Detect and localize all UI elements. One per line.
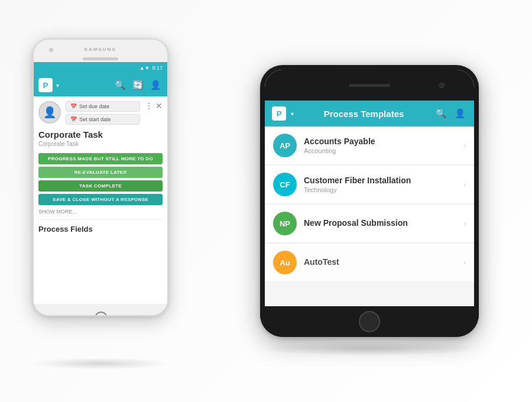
divider [38,219,163,220]
samsung-brand: SAMSUNG [85,47,117,52]
np-title: New Proposal Submission [304,218,456,228]
toolbar-chevron[interactable]: ▾ [56,82,59,89]
iphone-home-button[interactable] [359,311,380,332]
at-title: AutoTest [304,257,456,267]
task-header-row: 👤 📅 Set due date 📅 Set start date ⋮ [38,101,163,125]
ap-title: Accounts Payable [304,137,456,146]
list-item[interactable]: CF Customer Fiber Installation Technolog… [265,166,474,204]
android-camera [49,48,53,52]
np-avatar: NP [273,212,297,235]
android-toolbar[interactable]: P ▾ 🔍 🔄 👤 [34,74,167,96]
ap-avatar: AP [273,134,297,157]
ap-text: Accounts Payable Accounting [304,137,456,154]
p-logo[interactable]: P [38,78,53,92]
close-icon[interactable]: ✕ [155,101,163,111]
ap-subtitle: Accounting [304,147,456,154]
iphone-inner: P ▾ Process Templates 🔍 👤 AP Accounts Pa… [265,70,474,332]
iphone-speaker [349,84,390,87]
more-icon[interactable]: ⋮ [145,101,153,111]
iphone-top-bezel [265,70,474,100]
task-title: Corporate Task [38,129,163,140]
avatar: 👤 [38,101,61,124]
at-chevron: › [463,258,466,267]
android-shadow [33,358,168,369]
np-chevron: › [463,219,466,228]
status-time: 8:17 [152,65,163,71]
iphone-shadow [260,341,479,356]
android-top-bezel: SAMSUNG [34,40,167,62]
progress-btn-3[interactable]: TASK COMPLETE [38,180,163,192]
calendar-icon2: 📅 [70,116,77,122]
account-icon[interactable]: 👤 [148,78,163,92]
home-icon[interactable] [95,312,108,315]
iphone-bottom-bezel [260,306,479,337]
iphone-p-logo[interactable]: P [272,106,286,121]
at-avatar: Au [273,251,297,274]
show-more[interactable]: SHOW MORE... [38,209,163,215]
set-start-date-btn[interactable]: 📅 Set start date [66,114,140,125]
android-bottom-nav: ◁ □ [34,304,167,315]
header-actions: ⋮ ✕ [145,101,163,111]
ap-chevron: › [463,141,466,150]
sync-icon[interactable]: 🔄 [131,78,145,92]
list-item[interactable]: AP Accounts Payable Accounting › [265,127,474,165]
set-due-date-btn[interactable]: 📅 Set due date [66,101,140,112]
cf-title: Customer Fiber Installation [304,176,456,185]
iphone-camera [439,83,445,88]
task-subtitle: Corporate Task [38,141,163,147]
progress-btn-4[interactable]: SAVE & CLOSE WITHOUT A RESPONSE [38,194,163,205]
iphone-account-icon[interactable]: 👤 [453,106,467,121]
cf-chevron: › [463,180,466,189]
calendar-icon: 📅 [70,103,77,109]
iphone-search-icon[interactable]: 🔍 [434,106,448,121]
scene: SAMSUNG ▲▼ 8:17 P ▾ 🔍 🔄 👤 [0,0,532,402]
cf-avatar: CF [273,173,297,196]
signal-icon: ▲▼ [140,65,150,71]
list-item[interactable]: NP New Proposal Submission › [265,205,474,243]
iphone-toolbar-chevron[interactable]: ▾ [291,111,294,117]
iphone-list-content: AP Accounts Payable Accounting › CF Cust… [265,127,474,332]
android-phone: SAMSUNG ▲▼ 8:17 P ▾ 🔍 🔄 👤 [33,38,168,316]
list-item[interactable]: Au AutoTest › [265,244,474,282]
iphone: P ▾ Process Templates 🔍 👤 AP Accounts Pa… [260,65,479,337]
android-content: 👤 📅 Set due date 📅 Set start date ⋮ [34,96,167,304]
progress-btn-2[interactable]: RE-EVALUATE LATER [38,167,163,178]
iphone-toolbar[interactable]: P ▾ Process Templates 🔍 👤 [265,100,474,127]
recents-icon[interactable]: □ [136,313,142,315]
iphone-toolbar-title: Process Templates [299,109,429,119]
search-icon[interactable]: 🔍 [113,78,127,92]
cf-subtitle: Technology [304,186,456,193]
cf-text: Customer Fiber Installation Technology [304,176,456,193]
at-text: AutoTest [304,257,456,268]
date-buttons: 📅 Set due date 📅 Set start date [66,101,140,125]
process-fields-title: Process Fields [38,225,163,234]
progress-btn-1[interactable]: PROGRESS MADE BUT STILL MORE TO DO [38,153,163,164]
android-status-bar: ▲▼ 8:17 [34,62,167,74]
np-text: New Proposal Submission [304,218,456,229]
back-icon[interactable]: ◁ [60,313,67,316]
android-speaker [83,57,118,60]
